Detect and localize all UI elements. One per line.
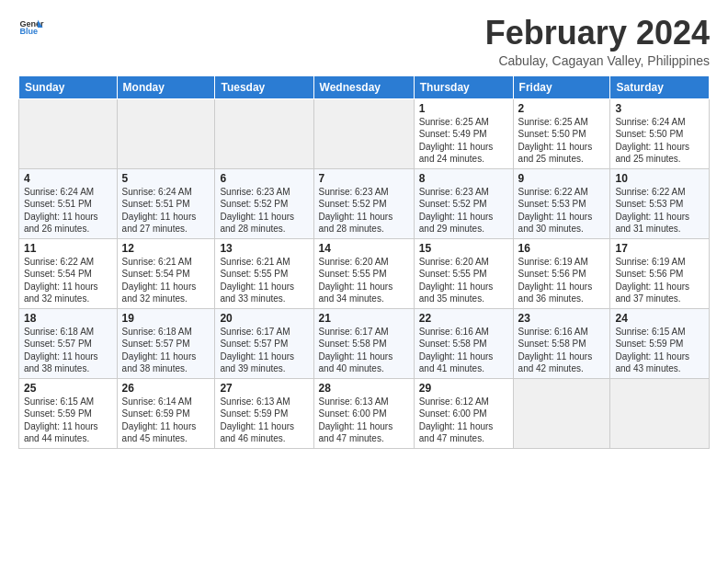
day-number: 19 <box>122 312 210 325</box>
table-cell <box>610 378 710 448</box>
day-number: 20 <box>220 312 308 325</box>
logo: General Blue General Blue <box>18 15 44 40</box>
day-info: Sunrise: 6:19 AMSunset: 5:56 PMDaylight:… <box>518 256 606 305</box>
day-info: Sunrise: 6:20 AMSunset: 5:55 PMDaylight:… <box>319 256 409 305</box>
table-cell: 12Sunrise: 6:21 AMSunset: 5:54 PMDayligh… <box>117 238 215 308</box>
day-number: 12 <box>122 242 210 255</box>
week-row-1: 4Sunrise: 6:24 AMSunset: 5:51 PMDaylight… <box>19 168 710 238</box>
table-cell: 9Sunrise: 6:22 AMSunset: 5:53 PMDaylight… <box>513 168 610 238</box>
weekday-header-row: Sunday Monday Tuesday Wednesday Thursday… <box>19 75 710 98</box>
svg-text:Blue: Blue <box>19 27 38 36</box>
day-number: 25 <box>24 382 112 395</box>
day-info: Sunrise: 6:18 AMSunset: 5:57 PMDaylight:… <box>24 326 112 375</box>
header-saturday: Saturday <box>610 75 710 98</box>
title-section: February 2024 Cabulay, Cagayan Valley, P… <box>485 15 710 68</box>
table-cell: 10Sunrise: 6:22 AMSunset: 5:53 PMDayligh… <box>610 168 710 238</box>
table-cell: 22Sunrise: 6:16 AMSunset: 5:58 PMDayligh… <box>414 308 513 378</box>
day-number: 6 <box>220 172 308 185</box>
day-info: Sunrise: 6:19 AMSunset: 5:56 PMDaylight:… <box>615 256 704 305</box>
day-number: 11 <box>24 242 112 255</box>
table-cell <box>19 98 118 168</box>
subtitle: Cabulay, Cagayan Valley, Philippines <box>485 53 710 68</box>
day-info: Sunrise: 6:23 AMSunset: 5:52 PMDaylight:… <box>419 186 508 236</box>
table-cell: 27Sunrise: 6:13 AMSunset: 5:59 PMDayligh… <box>215 378 313 448</box>
day-info: Sunrise: 6:24 AMSunset: 5:51 PMDaylight:… <box>24 186 112 236</box>
day-info: Sunrise: 6:17 AMSunset: 5:58 PMDaylight:… <box>319 326 409 375</box>
day-info: Sunrise: 6:20 AMSunset: 5:55 PMDaylight:… <box>419 256 508 305</box>
day-number: 3 <box>615 102 704 115</box>
day-info: Sunrise: 6:14 AMSunset: 6:59 PMDaylight:… <box>122 396 210 445</box>
header-thursday: Thursday <box>414 75 513 98</box>
day-info: Sunrise: 6:13 AMSunset: 5:59 PMDaylight:… <box>220 396 308 445</box>
header-friday: Friday <box>513 75 610 98</box>
day-info: Sunrise: 6:25 AMSunset: 5:50 PMDaylight:… <box>518 116 606 166</box>
table-cell <box>313 98 414 168</box>
table-cell <box>117 98 215 168</box>
day-info: Sunrise: 6:22 AMSunset: 5:54 PMDaylight:… <box>24 256 112 305</box>
table-cell: 1Sunrise: 6:25 AMSunset: 5:49 PMDaylight… <box>414 98 513 168</box>
day-number: 18 <box>24 312 112 325</box>
table-cell: 19Sunrise: 6:18 AMSunset: 5:57 PMDayligh… <box>117 308 215 378</box>
table-cell: 16Sunrise: 6:19 AMSunset: 5:56 PMDayligh… <box>513 238 610 308</box>
day-number: 21 <box>319 312 409 325</box>
week-row-2: 11Sunrise: 6:22 AMSunset: 5:54 PMDayligh… <box>19 238 710 308</box>
table-cell: 25Sunrise: 6:15 AMSunset: 5:59 PMDayligh… <box>19 378 118 448</box>
day-number: 22 <box>419 312 508 325</box>
header-sunday: Sunday <box>19 75 118 98</box>
table-cell: 3Sunrise: 6:24 AMSunset: 5:50 PMDaylight… <box>610 98 710 168</box>
table-cell: 17Sunrise: 6:19 AMSunset: 5:56 PMDayligh… <box>610 238 710 308</box>
table-cell: 21Sunrise: 6:17 AMSunset: 5:58 PMDayligh… <box>313 308 414 378</box>
table-cell: 13Sunrise: 6:21 AMSunset: 5:55 PMDayligh… <box>215 238 313 308</box>
day-number: 10 <box>615 172 704 185</box>
day-number: 17 <box>615 242 704 255</box>
day-info: Sunrise: 6:24 AMSunset: 5:50 PMDaylight:… <box>615 116 704 166</box>
day-number: 28 <box>319 382 409 395</box>
logo-icon: General Blue <box>18 15 44 40</box>
day-info: Sunrise: 6:17 AMSunset: 5:57 PMDaylight:… <box>220 326 308 375</box>
header-monday: Monday <box>117 75 215 98</box>
day-number: 14 <box>319 242 409 255</box>
table-cell: 14Sunrise: 6:20 AMSunset: 5:55 PMDayligh… <box>313 238 414 308</box>
day-info: Sunrise: 6:16 AMSunset: 5:58 PMDaylight:… <box>419 326 508 375</box>
day-number: 15 <box>419 242 508 255</box>
week-row-3: 18Sunrise: 6:18 AMSunset: 5:57 PMDayligh… <box>19 308 710 378</box>
table-cell: 23Sunrise: 6:16 AMSunset: 5:58 PMDayligh… <box>513 308 610 378</box>
day-info: Sunrise: 6:23 AMSunset: 5:52 PMDaylight:… <box>220 186 308 236</box>
day-number: 1 <box>419 102 508 115</box>
table-cell: 5Sunrise: 6:24 AMSunset: 5:51 PMDaylight… <box>117 168 215 238</box>
day-info: Sunrise: 6:12 AMSunset: 6:00 PMDaylight:… <box>419 396 508 445</box>
day-info: Sunrise: 6:24 AMSunset: 5:51 PMDaylight:… <box>122 186 210 236</box>
table-cell: 15Sunrise: 6:20 AMSunset: 5:55 PMDayligh… <box>414 238 513 308</box>
page: General Blue General Blue February 2024 … <box>0 0 728 458</box>
table-cell: 28Sunrise: 6:13 AMSunset: 6:00 PMDayligh… <box>313 378 414 448</box>
day-number: 7 <box>319 172 409 185</box>
day-number: 16 <box>518 242 606 255</box>
header-wednesday: Wednesday <box>313 75 414 98</box>
header-tuesday: Tuesday <box>215 75 313 98</box>
table-cell: 6Sunrise: 6:23 AMSunset: 5:52 PMDaylight… <box>215 168 313 238</box>
header: General Blue General Blue February 2024 … <box>18 15 710 68</box>
week-row-0: 1Sunrise: 6:25 AMSunset: 5:49 PMDaylight… <box>19 98 710 168</box>
day-info: Sunrise: 6:22 AMSunset: 5:53 PMDaylight:… <box>518 186 606 236</box>
day-number: 24 <box>615 312 704 325</box>
day-info: Sunrise: 6:18 AMSunset: 5:57 PMDaylight:… <box>122 326 210 375</box>
table-cell: 24Sunrise: 6:15 AMSunset: 5:59 PMDayligh… <box>610 308 710 378</box>
month-title: February 2024 <box>485 15 710 52</box>
week-row-4: 25Sunrise: 6:15 AMSunset: 5:59 PMDayligh… <box>19 378 710 448</box>
day-number: 9 <box>518 172 606 185</box>
day-info: Sunrise: 6:13 AMSunset: 6:00 PMDaylight:… <box>319 396 409 445</box>
day-info: Sunrise: 6:15 AMSunset: 5:59 PMDaylight:… <box>24 396 112 445</box>
day-info: Sunrise: 6:15 AMSunset: 5:59 PMDaylight:… <box>615 326 704 375</box>
day-info: Sunrise: 6:21 AMSunset: 5:54 PMDaylight:… <box>122 256 210 305</box>
day-number: 23 <box>518 312 606 325</box>
day-info: Sunrise: 6:23 AMSunset: 5:52 PMDaylight:… <box>319 186 409 236</box>
day-info: Sunrise: 6:25 AMSunset: 5:49 PMDaylight:… <box>419 116 508 166</box>
day-number: 2 <box>518 102 606 115</box>
table-cell: 18Sunrise: 6:18 AMSunset: 5:57 PMDayligh… <box>19 308 118 378</box>
day-number: 8 <box>419 172 508 185</box>
day-number: 26 <box>122 382 210 395</box>
day-info: Sunrise: 6:16 AMSunset: 5:58 PMDaylight:… <box>518 326 606 375</box>
table-cell: 2Sunrise: 6:25 AMSunset: 5:50 PMDaylight… <box>513 98 610 168</box>
day-number: 5 <box>122 172 210 185</box>
table-cell: 11Sunrise: 6:22 AMSunset: 5:54 PMDayligh… <box>19 238 118 308</box>
